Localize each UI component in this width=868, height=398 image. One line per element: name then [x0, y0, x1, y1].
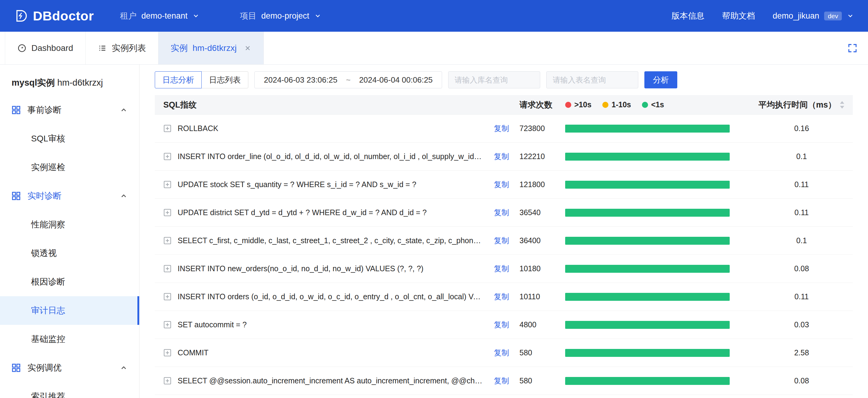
sql-cell: UPDATE district SET d_ytd = d_ytd + ? WH… — [163, 208, 488, 217]
copy-button[interactable]: 复制 — [494, 292, 509, 301]
sidebar-item[interactable]: 性能洞察 — [0, 210, 139, 239]
expand-row-icon[interactable] — [163, 209, 172, 217]
table-row: COMMIT复制5802.58 — [155, 339, 853, 367]
instance-type-label: mysql实例 — [11, 78, 55, 88]
tab-instance-list[interactable]: 实例列表 — [86, 32, 158, 64]
sql-text: UPDATE district SET d_ytd = d_ytd + ? WH… — [178, 208, 427, 217]
copy-button[interactable]: 复制 — [494, 348, 509, 357]
request-count: 580 — [515, 376, 564, 385]
copy-button[interactable]: 复制 — [494, 320, 509, 329]
copy-button[interactable]: 复制 — [494, 152, 509, 161]
sidebar-item[interactable]: 基础监控 — [0, 325, 139, 354]
expand-row-icon[interactable] — [163, 320, 172, 329]
filter-input-database[interactable] — [448, 71, 540, 88]
mode-tab[interactable]: 日志列表 — [202, 71, 248, 88]
user-name: demo_jikuan — [773, 11, 819, 21]
expand-row-icon[interactable] — [163, 124, 172, 132]
copy-button[interactable]: 复制 — [494, 264, 509, 273]
legend-item: >10s — [565, 100, 591, 109]
sidebar-item[interactable]: 索引推荐 — [0, 382, 139, 398]
chevron-down-icon — [192, 12, 199, 20]
sidebar-section[interactable]: 实时诊断 — [0, 182, 139, 210]
user-menu[interactable]: demo_jikuan dev — [773, 11, 854, 21]
request-count: 10180 — [515, 264, 564, 273]
sidebar: mysql实例 hm-d6tkrzxj 事前诊断SQL审核实例巡检实时诊断性能洞… — [0, 65, 140, 398]
sql-text: COMMIT — [178, 348, 208, 357]
avg-exec-time: 2.58 — [759, 348, 844, 357]
copy-button[interactable]: 复制 — [494, 124, 509, 132]
list-icon — [98, 43, 107, 53]
sql-text: SELECT c_first, c_middle, c_last, c_stre… — [178, 236, 483, 245]
navbar-right: 版本信息 帮助文档 demo_jikuan dev — [672, 10, 854, 21]
latency-bar-track — [565, 125, 730, 132]
sidebar-item[interactable]: 审计日志 — [0, 296, 139, 325]
chevron-down-icon — [847, 12, 854, 20]
instance-title: mysql实例 hm-d6tkrzxj — [0, 77, 139, 89]
tab-label-prefix: 实例 — [170, 42, 188, 54]
legend-label: <1s — [651, 100, 664, 109]
tenant-select[interactable]: 租户 demo-tenant — [120, 10, 200, 21]
expand-row-icon[interactable] — [163, 265, 172, 273]
table-row: UPDATE district SET d_ytd = d_ytd + ? WH… — [155, 199, 853, 227]
fullscreen-expand-icon[interactable] — [847, 43, 858, 53]
table-row: INSERT INTO order_line (ol_o_id, ol_d_id… — [155, 143, 853, 171]
latency-bar-lt1s — [565, 349, 730, 357]
col-header-avg[interactable]: 平均执行时间（ms） — [759, 99, 844, 110]
tab-label: Dashboard — [31, 43, 73, 53]
sidebar-item[interactable]: 锁透视 — [0, 239, 139, 268]
avg-exec-time: 0.03 — [759, 320, 844, 329]
copy-button[interactable]: 复制 — [494, 236, 509, 245]
mode-tab[interactable]: 日志分析 — [155, 71, 202, 88]
expand-row-icon[interactable] — [163, 152, 172, 161]
help-docs-link[interactable]: 帮助文档 — [722, 10, 755, 21]
sort-icon[interactable] — [839, 100, 845, 109]
sql-text: UPDATE stock SET s_quantity = ? WHERE s_… — [178, 180, 416, 189]
chevron-up-icon — [120, 192, 128, 200]
expand-row-icon[interactable] — [163, 237, 172, 245]
expand-row-icon[interactable] — [163, 180, 172, 189]
copy-button[interactable]: 复制 — [494, 208, 509, 217]
top-navbar: DBdoctor 租户 demo-tenant 项目 demo-project … — [0, 0, 868, 32]
filter-input-table[interactable] — [546, 71, 638, 88]
latency-bar-lt1s — [565, 153, 730, 161]
copy-button[interactable]: 复制 — [494, 376, 509, 385]
latency-bar-track — [565, 349, 730, 357]
request-count: 36540 — [515, 208, 564, 217]
sql-text: INSERT INTO new_orders(no_o_id, no_d_id,… — [178, 264, 424, 273]
project-select[interactable]: 项目 demo-project — [240, 10, 321, 21]
expand-row-icon[interactable] — [163, 377, 172, 385]
latency-bar-track — [565, 237, 730, 245]
analyze-button[interactable]: 分析 — [644, 71, 677, 88]
tab-instance-detail[interactable]: 实例 hm-d6tkrzxj — [158, 32, 264, 64]
table-header: SQL指纹 请求次数 >10s1-10s<1s 平均执行时间（ms） — [155, 95, 853, 115]
copy-button[interactable]: 复制 — [494, 180, 509, 189]
sidebar-item[interactable]: SQL审核 — [0, 124, 139, 153]
sidebar-item[interactable]: 根因诊断 — [0, 268, 139, 296]
project-label: 项目 — [240, 10, 256, 21]
tab-dashboard[interactable]: Dashboard — [5, 32, 86, 64]
request-count: 723800 — [515, 124, 564, 133]
latency-bar-lt1s — [565, 265, 730, 273]
brand[interactable]: DBdoctor — [14, 8, 94, 24]
legend-label: >10s — [574, 100, 591, 109]
avg-exec-time: 0.11 — [759, 180, 844, 189]
app-window: DBdoctor 租户 demo-tenant 项目 demo-project … — [0, 0, 868, 398]
tab-strip: Dashboard实例列表实例 hm-d6tkrzxj — [5, 32, 264, 64]
sidebar-item[interactable]: 实例巡检 — [0, 153, 139, 182]
sql-text: INSERT INTO order_line (ol_o_id, ol_d_id… — [178, 152, 483, 161]
date-range-picker[interactable]: 2024-06-03 23:06:25 ~ 2024-06-04 00:06:2… — [254, 71, 442, 88]
brand-name: DBdoctor — [33, 8, 94, 24]
close-icon[interactable] — [244, 44, 251, 52]
expand-row-icon[interactable] — [163, 349, 172, 357]
sql-text: SELECT @@session.auto_increment_incremen… — [178, 376, 483, 385]
sql-cell: UPDATE stock SET s_quantity = ? WHERE s_… — [163, 180, 488, 189]
version-info-link[interactable]: 版本信息 — [672, 10, 704, 21]
dbdoctor-logo-icon — [14, 9, 28, 23]
expand-row-icon[interactable] — [163, 293, 172, 301]
sidebar-section[interactable]: 事前诊断 — [0, 96, 139, 124]
table-row: SET autocommit = ?复制48000.03 — [155, 311, 853, 339]
latency-bar-lt1s — [565, 181, 730, 189]
sidebar-section[interactable]: 实例调优 — [0, 354, 139, 382]
grid-icon — [11, 105, 21, 115]
sql-text: SET autocommit = ? — [178, 320, 247, 329]
